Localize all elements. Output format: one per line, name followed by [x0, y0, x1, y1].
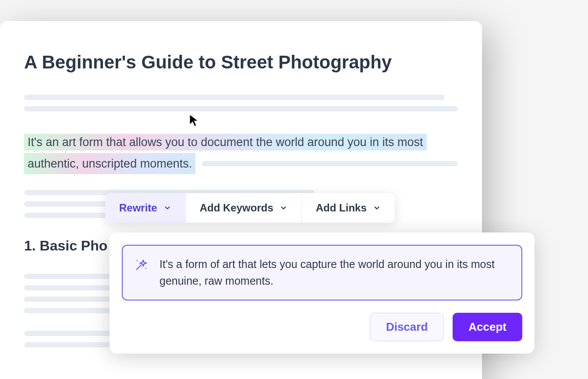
chevron-down-icon — [280, 204, 287, 212]
suggestion-panel: It's a form of art that lets you capture… — [110, 232, 535, 354]
cursor-icon — [188, 113, 201, 130]
add-links-label: Add Links — [316, 202, 367, 214]
rewrite-button[interactable]: Rewrite — [105, 193, 186, 223]
ai-toolbar: Rewrite Add Keywords Add Links — [105, 193, 395, 223]
svg-point-1 — [145, 268, 147, 269]
placeholder-line — [202, 161, 458, 166]
highlighted-text-line-2: authentic, unscripted moments. — [24, 153, 195, 175]
add-links-button[interactable]: Add Links — [302, 193, 395, 223]
accept-button[interactable]: Accept — [453, 313, 522, 341]
highlighted-text-line-1: It's an art form that allows you to docu… — [24, 134, 427, 150]
placeholder-group-1 — [24, 95, 458, 111]
suggestion-text: It's a form of art that lets you capture… — [159, 256, 509, 289]
document-title: A Beginner's Guide to Street Photography — [24, 52, 458, 73]
svg-point-0 — [137, 260, 138, 261]
chevron-down-icon — [373, 204, 381, 212]
highlighted-selection[interactable]: It's an art form that allows you to docu… — [24, 133, 458, 174]
add-keywords-button[interactable]: Add Keywords — [186, 193, 302, 223]
add-keywords-label: Add Keywords — [200, 202, 273, 214]
placeholder-line — [24, 106, 458, 111]
suggestion-actions: Discard Accept — [122, 313, 522, 341]
placeholder-line — [24, 95, 445, 100]
suggestion-box: It's a form of art that lets you capture… — [122, 245, 522, 300]
chevron-down-icon — [163, 204, 171, 212]
magic-wand-icon — [135, 258, 148, 273]
discard-button[interactable]: Discard — [370, 313, 444, 341]
rewrite-label: Rewrite — [119, 202, 157, 214]
